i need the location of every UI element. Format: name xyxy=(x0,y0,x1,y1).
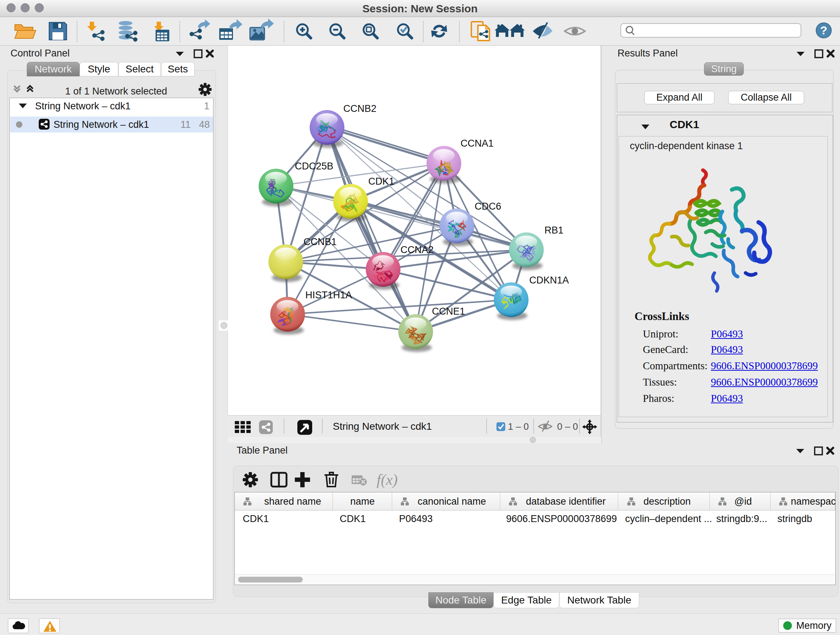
svg-text:shared name: shared name xyxy=(264,496,321,507)
svg-text:database identifier: database identifier xyxy=(526,496,606,507)
svg-text:HIST1H1A: HIST1H1A xyxy=(305,290,352,301)
svg-text:stringdb: stringdb xyxy=(777,513,812,524)
svg-text:cyclin–dependent ...: cyclin–dependent ... xyxy=(625,513,712,524)
svg-text:canonical name: canonical name xyxy=(417,496,486,507)
svg-text:CDK1: CDK1 xyxy=(243,513,269,524)
svg-text:CCNB1: CCNB1 xyxy=(303,236,337,247)
svg-text:CCNB2: CCNB2 xyxy=(343,103,377,114)
svg-text:1 – 0: 1 – 0 xyxy=(508,421,529,432)
svg-text:namespac: namespac xyxy=(791,496,835,507)
svg-text:0 – 0: 0 – 0 xyxy=(557,421,578,432)
svg-text:9606.ENSP00000378699: 9606.ENSP00000378699 xyxy=(506,513,617,524)
svg-text:P06493: P06493 xyxy=(399,513,433,524)
svg-text:@id: @id xyxy=(734,496,752,507)
svg-text:f(x): f(x) xyxy=(377,471,398,488)
svg-text:CCNE1: CCNE1 xyxy=(432,306,465,317)
svg-text:?: ? xyxy=(820,24,827,37)
svg-text:CDK1: CDK1 xyxy=(368,176,394,187)
svg-text:CDKN1A: CDKN1A xyxy=(529,275,569,286)
svg-text:CCNA1: CCNA1 xyxy=(461,138,494,149)
svg-text:CDC25B: CDC25B xyxy=(295,161,333,172)
svg-text:stringdb:9...: stringdb:9... xyxy=(716,513,767,524)
svg-text:description: description xyxy=(644,496,691,507)
svg-text:String Network – cdk1: String Network – cdk1 xyxy=(333,421,432,432)
svg-text:RB1: RB1 xyxy=(545,225,564,236)
svg-text:CCNA2: CCNA2 xyxy=(401,244,434,255)
svg-text:name: name xyxy=(350,496,375,507)
svg-text:CDC6: CDC6 xyxy=(475,201,501,212)
svg-text:CDK1: CDK1 xyxy=(340,513,366,524)
